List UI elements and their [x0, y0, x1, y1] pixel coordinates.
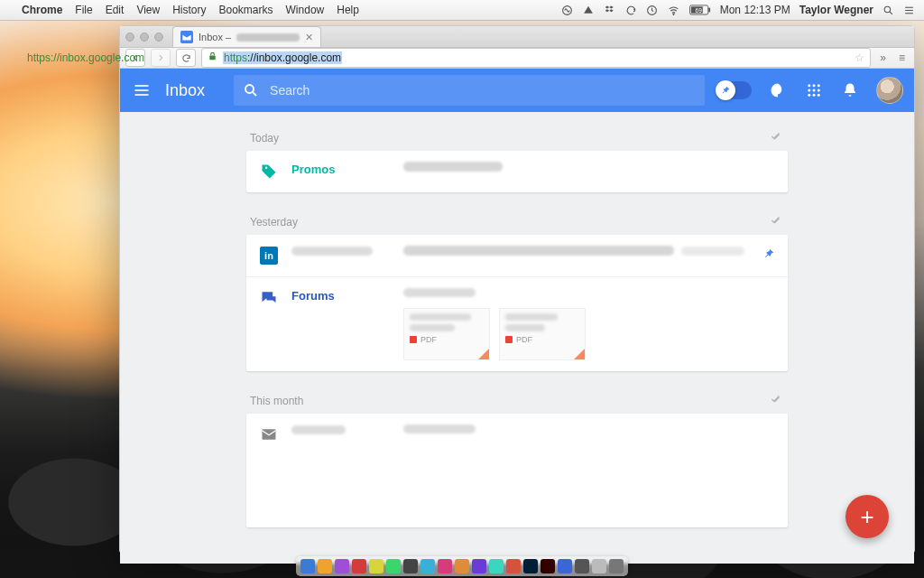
- svg-point-21: [813, 89, 816, 92]
- bookmark-star-icon[interactable]: ☆: [855, 51, 864, 64]
- svg-point-19: [818, 84, 820, 87]
- app-header: Inbox: [120, 69, 914, 112]
- mail-icon: [260, 425, 278, 443]
- section-header-yesterday: Yesterday: [246, 209, 788, 235]
- tag-icon: [260, 163, 278, 181]
- dock-app-icon[interactable]: [438, 559, 452, 573]
- svg-point-20: [808, 89, 810, 92]
- compose-fab[interactable]: +: [845, 495, 889, 538]
- forward-button[interactable]: [151, 49, 171, 67]
- menubar-user[interactable]: Taylor Wegner: [799, 4, 873, 16]
- menubar-app-name[interactable]: Chrome: [22, 4, 62, 16]
- menubar-clock[interactable]: Mon 12:13 PM: [720, 4, 790, 16]
- sweep-button[interactable]: [768, 393, 784, 408]
- redacted-text: [505, 313, 558, 321]
- dock-app-icon[interactable]: [318, 559, 332, 573]
- search-bar[interactable]: [234, 75, 705, 106]
- extensions-overflow-icon[interactable]: »: [876, 51, 890, 64]
- menubar-notifications-icon[interactable]: [903, 5, 915, 16]
- menubar-spotlight-icon[interactable]: [882, 5, 894, 16]
- svg-rect-12: [209, 56, 215, 61]
- menu-file[interactable]: File: [75, 4, 92, 16]
- hangouts-button[interactable]: [768, 80, 788, 100]
- dock-app-icon[interactable]: [609, 559, 624, 573]
- browser-toolbar: https://inbox.google.com ☆ » ≡: [120, 48, 914, 69]
- bundle-row-forums[interactable]: Forums PDF: [246, 276, 788, 371]
- menu-help[interactable]: Help: [337, 4, 359, 16]
- attachment-type: PDF: [516, 335, 532, 344]
- dock-app-icon[interactable]: [420, 559, 435, 573]
- attachment-pdf[interactable]: PDF: [403, 308, 490, 360]
- address-bar[interactable]: https://inbox.google.com ☆: [201, 48, 871, 68]
- pin-icon: [720, 85, 731, 96]
- redacted-text: [681, 247, 744, 256]
- svg-point-2: [673, 14, 674, 14]
- redacted-text: [505, 324, 545, 331]
- dock-app-icon[interactable]: [558, 559, 572, 573]
- svg-point-25: [818, 94, 820, 97]
- dock-app-icon[interactable]: [335, 559, 349, 573]
- search-input[interactable]: [270, 83, 696, 98]
- attachment-type: PDF: [420, 335, 437, 344]
- menu-window[interactable]: Window: [286, 4, 325, 16]
- forums-icon: [260, 289, 278, 307]
- pinned-indicator-icon[interactable]: [762, 246, 775, 264]
- pinned-toggle[interactable]: [717, 81, 752, 99]
- message-row[interactable]: [246, 414, 788, 455]
- dock-app-icon[interactable]: [592, 559, 606, 573]
- menu-history[interactable]: History: [172, 4, 206, 16]
- menubar-wifi-icon[interactable]: [667, 5, 680, 16]
- page-curl-icon: [574, 349, 585, 359]
- menubar-dropbox-icon[interactable]: [604, 5, 616, 16]
- dock-app-icon[interactable]: [455, 559, 469, 573]
- lock-icon: [208, 51, 217, 64]
- browser-window: Inbox – ✕ https://inbox.google.com ☆ » ≡…: [119, 25, 915, 555]
- message-row-linkedin[interactable]: in: [246, 235, 788, 276]
- hamburger-menu-button[interactable]: [131, 79, 152, 101]
- menu-view[interactable]: View: [136, 4, 160, 16]
- dock-app-icon[interactable]: [575, 559, 589, 573]
- dock-app-icon[interactable]: [386, 559, 401, 573]
- menubar-clock-icon[interactable]: [646, 5, 658, 16]
- menubar-siri-icon[interactable]: [561, 5, 573, 16]
- apps-grid-button[interactable]: [804, 80, 824, 100]
- sweep-button[interactable]: [768, 130, 784, 145]
- linkedin-icon: in: [260, 247, 278, 265]
- chrome-menu-icon[interactable]: ≡: [895, 51, 909, 64]
- bundle-row-promos[interactable]: Promos: [246, 151, 788, 192]
- bundle-title: Promos: [291, 162, 391, 176]
- plus-icon: +: [860, 503, 873, 531]
- account-avatar[interactable]: [876, 77, 903, 104]
- inbox-app: Inbox Today: [120, 69, 914, 564]
- reload-button[interactable]: [176, 49, 196, 67]
- attachment-pdf[interactable]: PDF: [499, 308, 586, 360]
- menu-bookmarks[interactable]: Bookmarks: [219, 4, 273, 16]
- sweep-button[interactable]: [768, 214, 784, 229]
- inbox-favicon-icon: [180, 31, 193, 43]
- menu-edit[interactable]: Edit: [106, 4, 125, 16]
- dock-app-icon[interactable]: [352, 559, 366, 573]
- notifications-button[interactable]: [840, 80, 860, 100]
- dock-app-icon[interactable]: [489, 559, 504, 573]
- dock-app-icon[interactable]: [523, 559, 538, 573]
- window-traffic-lights[interactable]: [125, 33, 163, 42]
- redacted-text: [410, 324, 455, 331]
- menubar-cloud-icon[interactable]: [582, 5, 595, 16]
- dock-app-icon[interactable]: [403, 559, 418, 573]
- dock-app-icon[interactable]: [300, 559, 315, 573]
- section-label: Today: [250, 132, 279, 144]
- section-card-thismonth: [246, 414, 788, 527]
- menubar-sync-icon[interactable]: [625, 5, 637, 16]
- attachment-list: PDF PDF: [403, 308, 775, 360]
- tab-close-icon[interactable]: ✕: [305, 32, 313, 43]
- menubar-battery-icon[interactable]: 69: [689, 5, 711, 15]
- mac-dock[interactable]: [296, 556, 628, 576]
- dock-app-icon[interactable]: [541, 559, 555, 573]
- dock-app-icon[interactable]: [369, 559, 383, 573]
- dock-app-icon[interactable]: [472, 559, 486, 573]
- bundle-title: Forums: [291, 288, 391, 303]
- dock-app-icon[interactable]: [506, 559, 521, 573]
- section-header-today: Today: [246, 125, 788, 151]
- browser-tab[interactable]: Inbox – ✕: [172, 26, 321, 47]
- section-card-yesterday: in Forums: [246, 235, 788, 371]
